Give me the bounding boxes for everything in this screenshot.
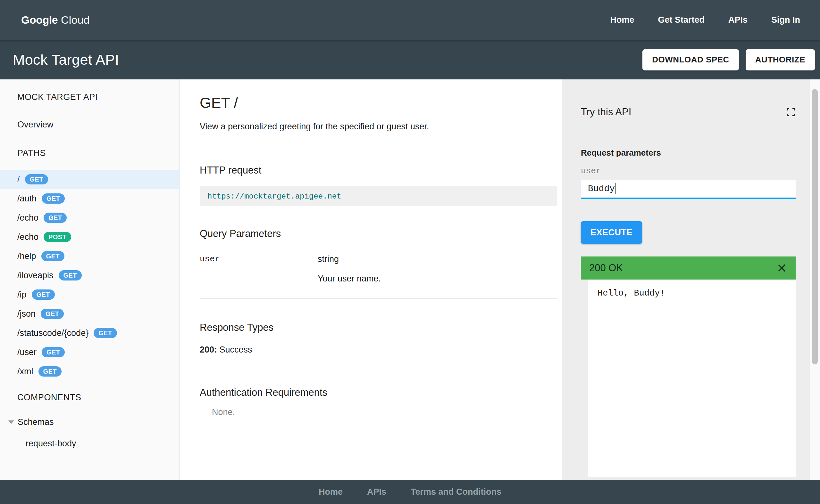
nav-link-sign-in[interactable]: Sign In [771,15,800,25]
footer-link-terms[interactable]: Terms and Conditions [411,487,501,497]
request-parameters-label: Request parameters [581,148,796,158]
response-status-bar: 200 OK [581,256,796,280]
method-badge-get: GET [94,328,117,338]
download-spec-button[interactable]: DOWNLOAD SPEC [643,49,739,70]
path-label: /auth [17,194,37,204]
method-badge-get: GET [32,289,55,300]
try-this-api-panel: Try this API Request parameters user Bud… [562,79,810,480]
response-code: 200: [200,345,217,354]
footer-link-home[interactable]: Home [319,487,343,497]
sidebar-item-user-get[interactable]: /user GET [0,343,179,362]
execute-button[interactable]: EXECUTE [581,221,642,244]
path-label: / [17,175,20,184]
method-badge-post: POST [44,232,71,242]
param-description: Your user name. [318,274,557,284]
top-nav-links: Home Get Started APIs Sign In [610,15,800,25]
response-status-text: 200 OK [589,262,623,274]
response-types-heading: Response Types [200,322,557,333]
method-badge-get: GET [59,270,82,280]
sidebar-item-statuscode-get[interactable]: /statuscode/{code} GET [0,323,179,343]
auth-requirements-value: None. [212,407,557,417]
text-cursor [616,183,616,194]
path-label: /echo [17,213,38,223]
close-icon [776,263,787,273]
divider [200,298,557,299]
query-parameters-heading: Query Parameters [200,228,557,240]
http-request-url: https://mocktarget.apigee.net [208,192,341,201]
sidebar-item-iloveapis-get[interactable]: /iloveapis GET [0,266,179,285]
query-parameter-row: user string Your user name. [200,254,557,284]
sidebar-paths-list: / GET /auth GET /echo GET /echo POST /he… [0,170,179,381]
try-api-title: Try this API [581,106,631,118]
sidebar-item-auth-get[interactable]: /auth GET [0,189,179,208]
logo-google-word: Google [21,14,58,26]
sidebar-paths-heading: PATHS [17,148,179,158]
http-request-heading: HTTP request [200,165,557,176]
logo-cloud-word: Cloud [61,14,90,26]
sidebar-api-title: MOCK TARGET API [17,92,179,102]
param-name: user [200,254,318,264]
path-label: /xml [17,367,33,377]
sidebar-item-echo-get[interactable]: /echo GET [0,208,179,227]
param-type: string [318,254,557,264]
sidebar-item-request-body[interactable]: request-body [26,439,179,449]
close-response-button[interactable] [776,263,787,273]
main-content: GET / View a personalized greeting for t… [179,79,562,480]
method-badge-get: GET [44,213,67,223]
path-label: /echo [17,232,38,242]
method-badge-get: GET [42,193,65,204]
method-badge-get: GET [38,366,61,377]
response-block: 200 OK Hello, Buddy! [581,256,796,477]
sidebar-item-root-get[interactable]: / GET [0,170,179,189]
response-body-text: Hello, Buddy! [597,289,665,298]
path-label: /json [17,309,36,319]
api-banner: Mock Target API DOWNLOAD SPEC AUTHORIZE [0,40,820,79]
scrollbar-track[interactable] [810,79,820,480]
nav-link-home[interactable]: Home [610,15,634,25]
fullscreen-icon [786,107,796,117]
banner-actions: DOWNLOAD SPEC AUTHORIZE [643,49,815,70]
path-label: /iloveapis [17,271,53,280]
footer: Home APIs Terms and Conditions [0,480,820,504]
sidebar-item-help-get[interactable]: /help GET [0,247,179,266]
sidebar-item-echo-post[interactable]: /echo POST [0,227,179,247]
user-input-value: Buddy [588,184,615,194]
method-badge-get: GET [41,309,64,319]
chevron-down-icon [8,420,14,424]
path-label: /statuscode/{code} [17,328,88,338]
page-body: MOCK TARGET API Overview PATHS / GET /au… [0,79,820,480]
sidebar-item-json-get[interactable]: /json GET [0,304,179,323]
sidebar-item-schemas[interactable]: Schemas [8,417,179,427]
google-cloud-logo[interactable]: Google Cloud [21,14,90,26]
method-badge-get: GET [25,174,48,184]
path-label: /ip [17,290,27,300]
divider [200,144,557,144]
schemas-label: Schemas [18,417,54,427]
path-label: /help [17,251,36,261]
nav-link-apis[interactable]: APIs [728,15,748,25]
http-request-code-box: https://mocktarget.apigee.net [200,186,557,206]
response-body: Hello, Buddy! [588,280,796,477]
api-title: Mock Target API [13,52,119,68]
response-label: Success [217,345,252,354]
sidebar-item-ip-get[interactable]: /ip GET [0,285,179,304]
authorize-button[interactable]: AUTHORIZE [746,49,815,70]
fullscreen-button[interactable] [786,107,796,117]
user-field-label: user [581,166,796,176]
method-badge-get: GET [42,347,65,357]
sidebar-item-overview[interactable]: Overview [0,120,179,130]
footer-link-apis[interactable]: APIs [367,487,386,497]
sidebar-item-xml-get[interactable]: /xml GET [0,362,179,381]
operation-title: GET / [200,94,557,111]
response-type-item: 200: Success [200,345,557,355]
sidebar: MOCK TARGET API Overview PATHS / GET /au… [0,79,179,480]
user-input[interactable]: Buddy [581,180,796,199]
sidebar-components-heading: COMPONENTS [17,393,179,402]
path-label: /user [17,347,37,357]
operation-description: View a personalized greeting for the spe… [200,122,557,132]
method-badge-get: GET [41,251,64,261]
top-navbar: Google Cloud Home Get Started APIs Sign … [0,0,820,40]
auth-requirements-heading: Authentication Requirements [200,387,557,398]
nav-link-get-started[interactable]: Get Started [658,15,705,25]
scrollbar-thumb[interactable] [812,89,818,364]
